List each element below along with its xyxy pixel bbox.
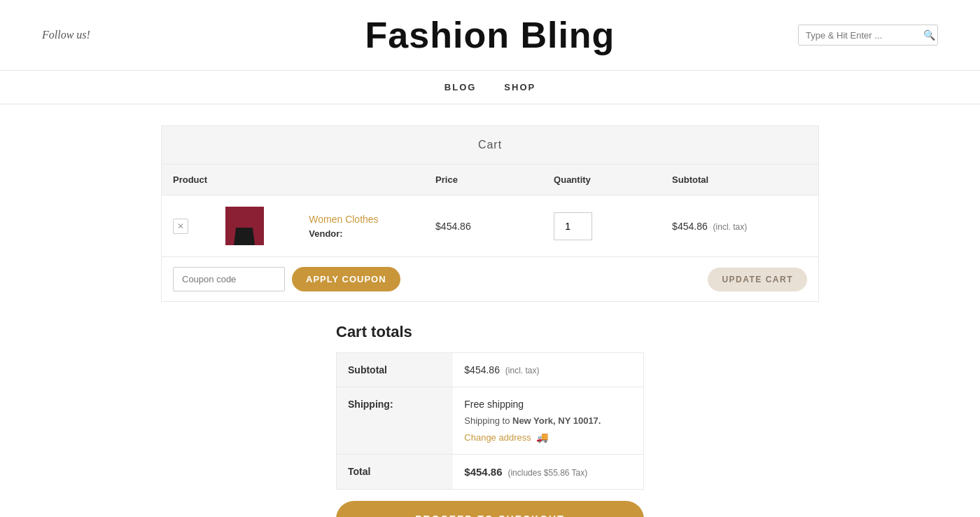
coupon-area: APPLY COUPON <box>173 267 400 291</box>
col-header-price: Price <box>424 165 542 195</box>
quantity-input[interactable] <box>554 212 592 240</box>
search-area: 🔍 <box>798 25 938 46</box>
total-row-value: $454.86 (includes $55.86 Tax) <box>453 455 643 490</box>
main-content: Cart Product Price Quantity Subtotal ✕ W… <box>147 125 833 517</box>
free-shipping-text: Free shipping <box>464 399 632 410</box>
proceed-to-checkout-button[interactable]: PROCEED TO CHECKOUT <box>336 501 644 517</box>
includes-tax: (includes $55.86 Tax) <box>507 468 587 478</box>
change-address-link[interactable]: Change address 🚚 <box>464 432 548 443</box>
vendor-label: Vendor: <box>309 228 342 239</box>
subtotal-row: Subtotal $454.86 (incl. tax) <box>337 353 644 387</box>
subtotal-row-label: Subtotal <box>337 353 454 387</box>
col-header-subtotal: Subtotal <box>661 165 818 195</box>
cart-totals-section: Cart totals Subtotal $454.86 (incl. tax)… <box>336 323 644 517</box>
product-thumbnail <box>225 207 264 245</box>
cart-totals-title: Cart totals <box>336 323 644 341</box>
truck-icon: 🚚 <box>536 432 548 443</box>
total-amount: $454.86 <box>464 466 502 478</box>
col-header-quantity: Quantity <box>542 165 661 195</box>
search-input[interactable] <box>806 30 923 41</box>
subtotal-row-value: $454.86 (incl. tax) <box>453 353 643 387</box>
shipping-city: New York, NY 10017. <box>512 415 601 426</box>
totals-table: Subtotal $454.86 (incl. tax) Shipping: F… <box>336 352 644 490</box>
col-header-product: Product <box>162 165 425 195</box>
site-header: Follow us! Fashion Bling 🔍 <box>0 0 980 71</box>
nav-shop[interactable]: SHOP <box>504 82 536 92</box>
shipping-row-value: Free shipping Shipping to New York, NY 1… <box>453 387 643 455</box>
cart-actions: APPLY COUPON UPDATE CART <box>161 257 819 302</box>
subtotal-incl-tax: (incl. tax) <box>505 366 540 375</box>
product-image-cell <box>214 195 298 257</box>
nav-blog[interactable]: BLOG <box>444 82 477 92</box>
total-row: Total $454.86 (includes $55.86 Tax) <box>337 455 644 490</box>
follow-us-text: Follow us! <box>42 29 182 41</box>
subtotal-tax: (incl. tax) <box>713 222 748 232</box>
main-nav: BLOG SHOP <box>0 71 980 104</box>
cart-heading: Cart <box>174 139 806 151</box>
apply-coupon-button[interactable]: APPLY COUPON <box>292 267 400 291</box>
remove-item-button[interactable]: ✕ <box>173 219 188 234</box>
subtotal-cell: $454.86 (incl. tax) <box>661 195 818 257</box>
search-icon[interactable]: 🔍 <box>923 29 935 41</box>
table-row: ✕ Women Clothes Vendor: $454.86 $454.86 … <box>162 195 819 257</box>
cart-heading-box: Cart <box>161 125 819 164</box>
quantity-cell <box>542 195 661 257</box>
shipping-row: Shipping: Free shipping Shipping to New … <box>337 387 644 455</box>
shipping-to-text: Shipping to New York, NY 10017. <box>464 415 632 426</box>
cart-table: Product Price Quantity Subtotal ✕ Women … <box>161 164 819 257</box>
subtotal-value: $454.86 <box>672 221 708 232</box>
shipping-row-label: Shipping: <box>337 387 454 455</box>
site-title: Fashion Bling <box>182 14 798 56</box>
product-info-cell: Women Clothes Vendor: <box>298 195 424 257</box>
price-cell: $454.86 <box>424 195 542 257</box>
total-row-label: Total <box>337 455 454 490</box>
coupon-input[interactable] <box>173 267 285 291</box>
remove-cell: ✕ <box>162 195 214 257</box>
update-cart-button[interactable]: UPDATE CART <box>708 268 807 291</box>
product-name-link[interactable]: Women Clothes <box>309 214 413 225</box>
